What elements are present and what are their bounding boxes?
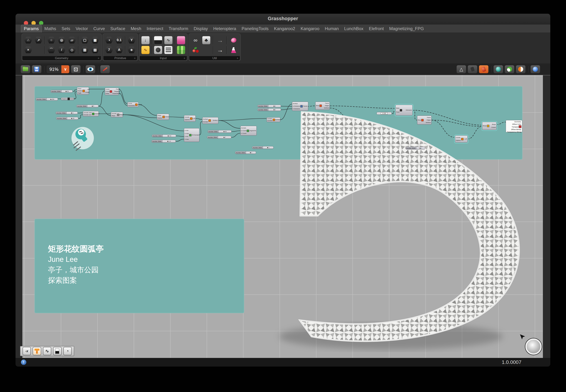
data-tree-icon[interactable]: ♣ xyxy=(202,36,210,44)
tab-lunchbox[interactable]: LunchBox xyxy=(342,25,366,32)
zoom-dropdown-icon[interactable]: ∨ xyxy=(61,65,69,73)
toolbar-divider xyxy=(528,66,528,72)
plane-icon[interactable]: ▱ xyxy=(68,36,76,44)
group-divider xyxy=(125,46,126,54)
shaded-preview-button[interactable] xyxy=(479,65,489,73)
group-expand-icon[interactable]: + xyxy=(237,56,238,60)
tab-magnetizing_fpg[interactable]: Magnetizing_FPG xyxy=(387,25,427,32)
group-label-primitive: Primitive+ xyxy=(104,56,137,60)
text-icon[interactable]: A xyxy=(115,46,123,54)
author-info-button[interactable] xyxy=(530,65,540,73)
hidden-preview-button[interactable] xyxy=(468,65,477,73)
line-icon[interactable]: / xyxy=(57,46,66,54)
wire-display-widget[interactable]: ∿ xyxy=(43,347,51,355)
save-file-button[interactable] xyxy=(32,65,42,73)
profiler-widget[interactable]: ◔ xyxy=(63,347,72,355)
box-icon[interactable]: ▢ xyxy=(81,36,89,44)
group-divider xyxy=(213,36,213,44)
boolean-icon[interactable]: ◑ xyxy=(105,36,113,44)
number-slider-icon[interactable]: ↓ xyxy=(141,36,150,44)
scribble-glasses-icon[interactable]: ∞ xyxy=(192,36,199,44)
toolbar-divider xyxy=(97,66,98,72)
preview-selected-button[interactable] xyxy=(493,65,503,73)
boolean-toggle-icon[interactable] xyxy=(154,36,162,44)
tab-kangaroo[interactable]: Kangaroo xyxy=(298,25,322,32)
flask-icon[interactable] xyxy=(230,46,238,54)
tab-mesh[interactable]: Mesh xyxy=(128,25,144,32)
tab-elefront[interactable]: Elefront xyxy=(366,25,387,32)
zoom-control[interactable]: 91%∨ xyxy=(46,65,70,73)
tab-display[interactable]: Display xyxy=(191,25,211,32)
sketch-icon[interactable]: ∿ xyxy=(141,46,150,54)
toggle-widget[interactable] xyxy=(53,347,61,355)
tab-transform[interactable]: Transform xyxy=(166,25,191,32)
data-icon[interactable]: ∗ xyxy=(127,46,136,54)
point-icon[interactable]: ∴ xyxy=(24,36,32,44)
ribbon-group-geometry: ∴↗○◎▱▢▦×⌒/◇▥▤Geometry+ xyxy=(22,34,102,61)
tab-heteroptera[interactable]: Heteroptera xyxy=(211,25,239,32)
gradient-icon[interactable] xyxy=(177,36,185,44)
tab-sets[interactable]: Sets xyxy=(59,25,73,32)
zoom-extents-button[interactable]: ⊡ xyxy=(71,65,81,73)
control-knob-icon[interactable] xyxy=(154,46,162,54)
vector-icon[interactable]: ↗ xyxy=(34,36,43,44)
tab-surface[interactable]: Surface xyxy=(107,25,128,32)
relay-icon[interactable]: → xyxy=(216,36,224,44)
group-expand-icon[interactable]: + xyxy=(134,56,136,60)
author-info-button-icon xyxy=(533,67,538,72)
panel-icon[interactable] xyxy=(164,46,173,54)
toggle-widget-icon xyxy=(55,348,59,354)
tab-panelingtools[interactable]: PanelingTools xyxy=(239,25,271,32)
group-expand-icon[interactable]: + xyxy=(98,56,99,60)
number-icon[interactable]: 0.1 xyxy=(115,36,123,44)
jelly-icon[interactable] xyxy=(230,36,238,44)
expression-widget[interactable]: -x xyxy=(23,347,31,355)
ribbon-group-input: ↓∿∿Input+ xyxy=(139,34,188,61)
toolbar-divider xyxy=(44,66,44,72)
tab-curve[interactable]: Curve xyxy=(90,25,107,32)
draw-icons-button[interactable] xyxy=(505,65,514,73)
canvas[interactable] xyxy=(22,75,543,358)
cylinder-icon[interactable]: ▥ xyxy=(81,46,89,54)
rectangle-icon[interactable]: ◇ xyxy=(68,46,76,54)
window-title: Grasshopper xyxy=(15,16,550,21)
open-file-button[interactable] xyxy=(21,65,30,73)
jump-icon[interactable]: → xyxy=(216,46,224,54)
colour-swatch-icon[interactable] xyxy=(177,46,185,54)
surface-icon[interactable]: ▤ xyxy=(91,46,99,54)
group-divider xyxy=(151,36,152,44)
tab-intersect[interactable]: Intersect xyxy=(144,25,166,32)
screen: Grasshopper ParamsMathsSetsVectorCurveSu… xyxy=(0,0,566,392)
wireframe-preview-button[interactable]: △ xyxy=(456,65,466,73)
cherry-picker-icon[interactable] xyxy=(192,46,199,54)
tab-human[interactable]: Human xyxy=(322,25,342,32)
integer-icon[interactable]: 7 xyxy=(105,46,113,54)
group-divider xyxy=(175,46,175,54)
mesh-box-icon[interactable]: ▦ xyxy=(91,36,99,44)
group-divider xyxy=(226,46,227,54)
preview-eye-button[interactable] xyxy=(86,65,95,73)
draw-icons-button-icon xyxy=(507,67,512,72)
path-icon[interactable]: Y xyxy=(127,36,136,44)
draw-fancy-wires-button[interactable] xyxy=(516,65,526,73)
spiral-icon[interactable]: ◎ xyxy=(57,36,66,44)
wireframe-preview-button-icon: △ xyxy=(460,67,463,72)
tab-maths[interactable]: Maths xyxy=(42,25,59,32)
shaded-preview-button-icon xyxy=(481,67,486,72)
tab-kangaroo2[interactable]: Kangaroo2 xyxy=(271,25,298,32)
toolbar-divider xyxy=(83,66,83,72)
circle-icon[interactable]: ○ xyxy=(47,36,55,44)
arc-icon[interactable]: ⌒ xyxy=(47,46,55,54)
null-item-icon[interactable]: × xyxy=(24,46,32,54)
tab-vector[interactable]: Vector xyxy=(73,25,90,32)
tab-params[interactable]: Params xyxy=(21,25,42,32)
group-divider xyxy=(45,46,45,54)
group-label-input: Input+ xyxy=(140,56,187,60)
paint-widget[interactable] xyxy=(33,347,41,355)
group-expand-icon[interactable]: + xyxy=(184,56,185,60)
sketch-pen-button[interactable] xyxy=(100,65,110,73)
preview-eye-button-icon xyxy=(87,67,94,71)
save-file-button-icon xyxy=(34,67,39,72)
graph-mapper-icon[interactable]: ∿ xyxy=(164,36,173,44)
alert-icon[interactable]: ! xyxy=(21,360,26,365)
